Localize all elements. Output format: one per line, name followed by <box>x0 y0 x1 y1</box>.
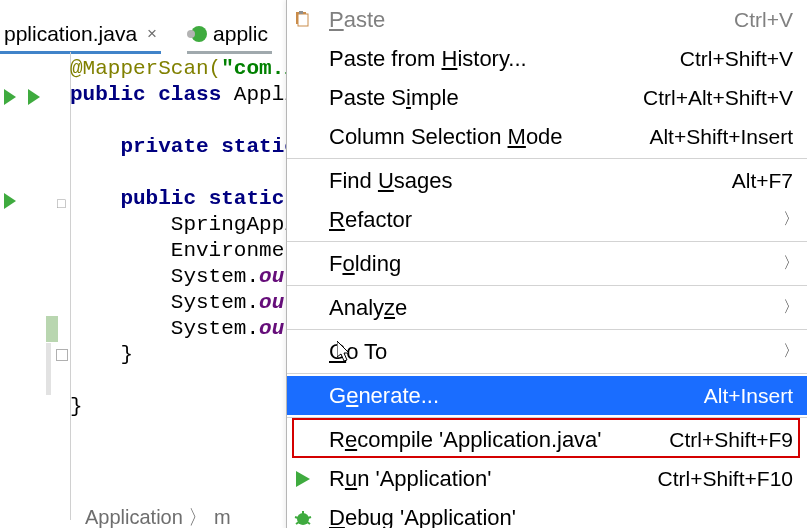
menu-column-selection-mode[interactable]: Column Selection Mode Alt+Shift+Insert <box>287 117 807 156</box>
menu-separator <box>287 241 807 242</box>
menu-label: Paste <box>329 7 726 33</box>
menu-label: Column Selection Mode <box>329 124 641 150</box>
code-token: SpringAppl <box>70 213 297 236</box>
menu-shortcut: Ctrl+Shift+V <box>680 47 793 71</box>
svg-marker-3 <box>296 471 310 487</box>
tab-applic[interactable]: applic <box>187 17 272 54</box>
menu-analyze[interactable]: Analyze 〉 <box>287 288 807 327</box>
code-token: public <box>70 187 196 210</box>
menu-separator <box>287 373 807 374</box>
editor-code[interactable]: @MapperScan("com.i public class Appli pr… <box>70 56 297 420</box>
breadcrumb[interactable]: Application 〉 m <box>85 504 231 528</box>
menu-label: Refactor <box>329 207 783 233</box>
file-icon <box>191 26 207 42</box>
tab-label: pplication.java <box>4 22 137 46</box>
svg-rect-1 <box>298 14 308 26</box>
svg-line-8 <box>296 522 299 524</box>
code-token: } <box>70 343 133 366</box>
menu-go-to[interactable]: Go To 〉 <box>287 332 807 371</box>
menu-label: Run 'Application' <box>329 466 650 492</box>
menu-generate[interactable]: Generate... Alt+Insert <box>287 376 807 415</box>
editor-gutter: □ <box>0 52 71 520</box>
menu-label: Recompile 'Application.java' <box>329 427 661 453</box>
tab-label: applic <box>213 22 268 46</box>
code-token: } <box>70 395 83 418</box>
menu-label: Generate... <box>329 383 696 409</box>
run-icon[interactable] <box>4 89 16 105</box>
chevron-right-icon: 〉 <box>783 253 793 274</box>
menu-label: Folding <box>329 251 783 277</box>
code-token: Environmen <box>70 239 297 262</box>
menu-label: Debug 'Application' <box>329 505 793 529</box>
menu-shortcut: Ctrl+Alt+Shift+V <box>643 86 793 110</box>
menu-paste-from-history[interactable]: Paste from History... Ctrl+Shift+V <box>287 39 807 78</box>
bookmark-icon: □ <box>57 195 65 211</box>
context-menu: Paste Ctrl+V Paste from History... Ctrl+… <box>286 0 807 528</box>
code-token: public <box>70 83 146 106</box>
change-marker <box>46 316 58 342</box>
svg-line-7 <box>308 517 311 518</box>
menu-shortcut: Ctrl+V <box>734 8 793 32</box>
menu-paste[interactable]: Paste Ctrl+V <box>287 0 807 39</box>
svg-line-9 <box>307 522 310 524</box>
svg-rect-2 <box>299 11 303 14</box>
paste-icon <box>293 11 327 29</box>
code-token: System. <box>70 265 259 288</box>
code-token: static <box>209 135 297 158</box>
menu-separator <box>287 285 807 286</box>
run-icon[interactable] <box>4 193 16 209</box>
code-token: System. <box>70 291 259 314</box>
code-token: @MapperScan( <box>70 57 221 80</box>
menu-shortcut: Alt+F7 <box>732 169 793 193</box>
code-token: private <box>70 135 209 158</box>
menu-recompile[interactable]: Recompile 'Application.java' Ctrl+Shift+… <box>287 420 807 459</box>
menu-find-usages[interactable]: Find Usages Alt+F7 <box>287 161 807 200</box>
menu-paste-simple[interactable]: Paste Simple Ctrl+Alt+Shift+V <box>287 78 807 117</box>
menu-shortcut: Ctrl+Shift+F10 <box>658 467 793 491</box>
menu-shortcut: Alt+Insert <box>704 384 793 408</box>
menu-label: Paste from History... <box>329 46 672 72</box>
menu-label: Go To <box>329 339 783 365</box>
menu-refactor[interactable]: Refactor 〉 <box>287 200 807 239</box>
code-token: System. <box>70 317 259 340</box>
menu-label: Find Usages <box>329 168 724 194</box>
fold-end-icon[interactable] <box>56 349 68 361</box>
menu-run-application[interactable]: Run 'Application' Ctrl+Shift+F10 <box>287 459 807 498</box>
close-icon[interactable]: × <box>147 24 157 44</box>
menu-separator <box>287 417 807 418</box>
menu-label: Analyze <box>329 295 783 321</box>
run-icon <box>293 469 327 489</box>
chevron-right-icon: 〉 <box>783 341 793 362</box>
chevron-right-icon: 〉 <box>783 209 793 230</box>
menu-separator <box>287 158 807 159</box>
menu-debug-application[interactable]: Debug 'Application' <box>287 498 807 528</box>
svg-line-6 <box>295 517 298 518</box>
menu-shortcut: Ctrl+Shift+F9 <box>669 428 793 452</box>
code-token: class <box>146 83 222 106</box>
menu-label: Paste Simple <box>329 85 635 111</box>
menu-shortcut: Alt+Shift+Insert <box>649 125 793 149</box>
tab-application-java[interactable]: pplication.java × <box>0 17 161 54</box>
tab-bar: pplication.java × applic <box>0 18 272 52</box>
run-icon[interactable] <box>28 89 40 105</box>
bug-icon <box>293 508 327 528</box>
menu-folding[interactable]: Folding 〉 <box>287 244 807 283</box>
chevron-right-icon: 〉 <box>783 297 793 318</box>
fold-guide <box>46 343 51 395</box>
menu-separator <box>287 329 807 330</box>
code-token: static <box>196 187 284 210</box>
